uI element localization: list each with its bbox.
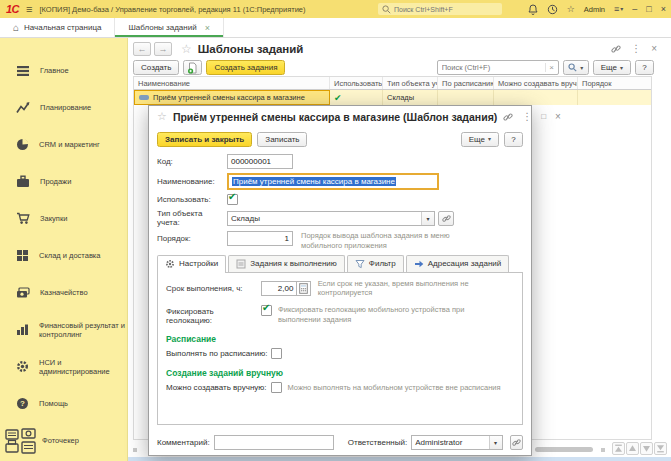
cell-manual[interactable] xyxy=(494,90,578,105)
forward-button[interactable]: → xyxy=(154,42,172,56)
create-button[interactable]: Создать xyxy=(133,60,179,75)
history-icon[interactable] xyxy=(547,4,558,15)
scrollbar-left-stub[interactable] xyxy=(133,448,137,452)
help-icon: ? xyxy=(16,397,29,410)
more-dots-icon[interactable]: ⋮ xyxy=(631,44,641,54)
schedule-checkbox[interactable] xyxy=(271,348,282,359)
code-field[interactable]: 000000001 xyxy=(227,154,293,169)
close-dialog-icon[interactable]: × xyxy=(555,112,561,122)
cell-object-type[interactable]: Склады xyxy=(383,90,438,105)
tab-tasks-to-perform[interactable]: Задания к выполнению xyxy=(228,255,345,272)
get-link-icon[interactable] xyxy=(503,112,513,122)
maximize-icon[interactable]: □ xyxy=(646,5,651,14)
column-header[interactable]: Использовать xyxy=(330,77,383,89)
main-menu-icon[interactable]: ≡ xyxy=(26,4,32,15)
calculator-icon[interactable] xyxy=(297,281,310,296)
code-label: Код: xyxy=(157,157,227,166)
favorite-star-icon[interactable]: ☆ xyxy=(181,42,192,56)
notifications-icon[interactable] xyxy=(528,4,538,15)
global-search-input[interactable] xyxy=(394,6,498,13)
move-bottom-button[interactable] xyxy=(654,442,667,455)
manual-section-header: Создание заданий вручную xyxy=(166,368,514,378)
move-down-button[interactable] xyxy=(640,442,653,455)
scrollbar-right-stub[interactable] xyxy=(601,448,605,452)
column-header[interactable]: По расписанию xyxy=(438,77,494,89)
cell-order[interactable] xyxy=(578,90,630,105)
column-header[interactable]: Можно создавать вручную xyxy=(494,77,578,89)
open-link-button[interactable] xyxy=(438,211,454,226)
order-label: Порядок: xyxy=(157,231,227,243)
column-header[interactable]: Порядок xyxy=(578,77,630,89)
responsible-select[interactable]: Administrator ▾ xyxy=(411,435,502,450)
more-button[interactable]: Еще▾ xyxy=(461,132,499,147)
sidebar-item-warehouse[interactable]: Склад и доставка xyxy=(0,237,127,274)
create-tasks-button[interactable]: Создать задания xyxy=(206,60,285,75)
minimize-icon[interactable]: – xyxy=(632,5,637,14)
sidebar-item-nsi-admin[interactable]: НСИ и администрирование xyxy=(0,348,127,385)
geo-checkbox[interactable]: ✔ xyxy=(261,305,272,316)
tab-label: Начальная страница xyxy=(24,23,101,32)
chevron-down-icon[interactable]: ▾ xyxy=(421,212,434,225)
table-row[interactable]: Приём утренней смены кассира в магазине … xyxy=(134,90,651,105)
order-field[interactable]: 1 xyxy=(227,231,293,246)
close-icon[interactable]: × xyxy=(661,5,666,14)
create-group-button[interactable] xyxy=(183,60,202,75)
use-checkbox[interactable]: ✔ xyxy=(227,194,238,205)
object-type-select[interactable]: Склады ▾ xyxy=(227,211,435,226)
money-icon xyxy=(16,287,30,299)
sidebar-item-photochecker[interactable]: Фоточекер xyxy=(0,422,127,459)
duration-field[interactable]: 2,00 xyxy=(261,281,297,296)
cell-by-schedule[interactable] xyxy=(438,90,494,105)
chevron-down-icon[interactable]: ▾ xyxy=(489,436,502,449)
service-menu-icon[interactable]: ≡▾ xyxy=(614,5,623,14)
cart-icon xyxy=(16,212,30,225)
sidebar-item-crm[interactable]: CRM и маркетинг xyxy=(0,126,127,163)
sidebar-item-planning[interactable]: Планирование xyxy=(0,89,127,126)
tab-home-page[interactable]: ⌂ Начальная страница xyxy=(0,18,115,37)
tab-settings[interactable]: Настройки xyxy=(157,255,226,272)
devices-icon xyxy=(5,427,37,455)
get-link-icon[interactable] xyxy=(611,44,621,54)
help-button[interactable]: ? xyxy=(504,132,523,147)
dialog-fields: Код: 000000001 Наименование: Приём утрен… xyxy=(149,151,531,253)
tab-task-addressing[interactable]: Адресация заданий xyxy=(406,255,510,272)
save-button[interactable]: Записать xyxy=(257,132,307,147)
favorite-star-icon[interactable]: ☆ xyxy=(157,110,167,123)
name-field[interactable]: Приём утренней смены кассира в магазине xyxy=(227,173,439,190)
help-button[interactable]: ? xyxy=(635,60,654,75)
search-settings-button[interactable]: ▾ xyxy=(563,60,589,75)
list-search[interactable]: × xyxy=(437,60,559,75)
global-search[interactable] xyxy=(378,3,502,15)
duration-hint: Если срок не указан, время выполнения не… xyxy=(318,279,514,299)
favorites-icon[interactable]: ☆ xyxy=(567,5,575,14)
horizontal-scrollbar[interactable] xyxy=(535,447,593,452)
close-form-icon[interactable]: × xyxy=(651,44,657,54)
sidebar-item-help[interactable]: ? Помощь xyxy=(0,385,127,422)
cell-name[interactable]: Приём утренней смены кассира в магазине xyxy=(134,90,330,105)
more-dots-icon[interactable]: ⋮ xyxy=(522,112,532,122)
user-name[interactable]: Admin xyxy=(584,5,605,14)
move-top-button[interactable] xyxy=(612,442,625,455)
tab-close-icon[interactable]: × xyxy=(205,23,210,33)
list-search-input[interactable] xyxy=(438,63,545,72)
comment-field[interactable] xyxy=(214,435,334,450)
column-header[interactable]: Тип объекта уч... xyxy=(383,77,438,89)
column-header[interactable]: Наименование xyxy=(134,77,330,89)
open-link-button[interactable] xyxy=(510,435,523,450)
tab-filter[interactable]: Фильтр xyxy=(347,255,404,272)
tab-task-templates[interactable]: Шаблоны заданий × xyxy=(115,18,223,37)
cell-used[interactable]: ✔ xyxy=(330,90,383,105)
more-button[interactable]: Еще▾ xyxy=(593,60,631,75)
sidebar-item-purchases[interactable]: Закупки xyxy=(0,200,127,237)
sidebar-item-main[interactable]: Главное xyxy=(0,52,127,89)
move-up-button[interactable] xyxy=(626,442,639,455)
save-and-close-button[interactable]: Записать и закрыть xyxy=(157,132,252,147)
sidebar-item-sales[interactable]: Продажи xyxy=(0,163,127,200)
form-window-icons: ⋮ × xyxy=(611,44,671,54)
manual-checkbox[interactable] xyxy=(271,382,282,393)
sidebar-item-treasury[interactable]: Казначейство xyxy=(0,274,127,311)
maximize-icon[interactable]: □ xyxy=(541,113,546,121)
back-button[interactable]: ← xyxy=(133,42,151,56)
clear-search-icon[interactable]: × xyxy=(545,63,558,72)
sidebar-item-finance[interactable]: Финансовый результат и контроллинг xyxy=(0,311,127,348)
